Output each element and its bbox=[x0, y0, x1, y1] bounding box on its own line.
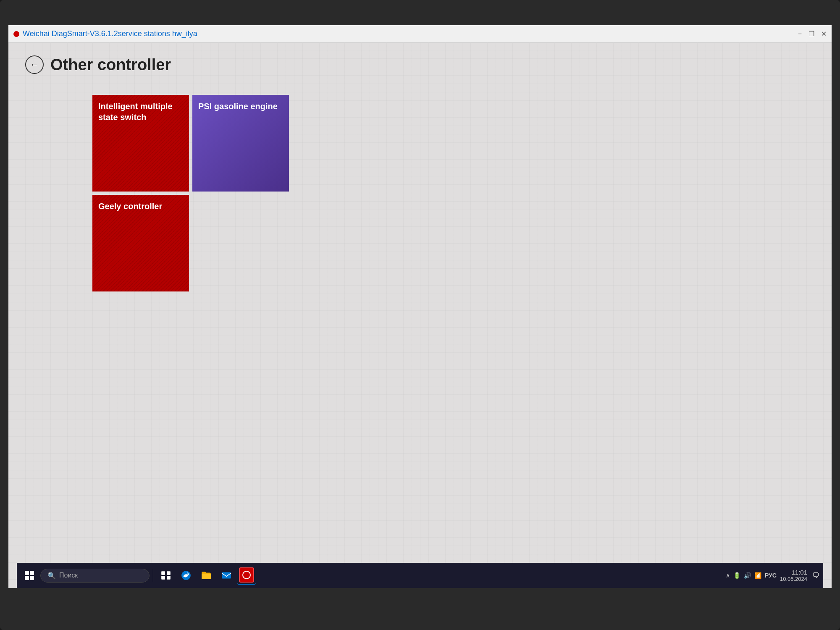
file-explorer-button[interactable] bbox=[197, 566, 215, 585]
tray-volume-icon: 🔊 bbox=[744, 572, 751, 579]
tiles-row-1: Intelligent multiple state switch PSI ga… bbox=[92, 95, 815, 192]
taskbar-divider bbox=[153, 569, 153, 582]
restore-button[interactable]: ❐ bbox=[808, 30, 814, 38]
back-button[interactable]: ← bbox=[25, 55, 44, 74]
svg-rect-4 bbox=[161, 571, 165, 575]
tray-time: 11:01 bbox=[780, 569, 807, 576]
weichai-app-button[interactable] bbox=[237, 566, 256, 585]
close-button[interactable]: ✕ bbox=[821, 30, 827, 38]
page-title: Other controller bbox=[50, 56, 171, 74]
main-content: ← Other controller Intelligent multiple … bbox=[8, 43, 832, 588]
notification-icon[interactable]: 🗨 bbox=[812, 571, 820, 580]
tile-intelligent-switch-label: Intelligent multiple state switch bbox=[98, 101, 183, 123]
title-bar-controls: − ❐ ✕ bbox=[798, 30, 827, 38]
page-header: ← Other controller bbox=[25, 55, 815, 74]
weichai-icon-inner bbox=[242, 571, 251, 579]
tray-battery-icon: 🔋 bbox=[733, 572, 740, 579]
task-view-button[interactable] bbox=[157, 566, 175, 585]
tile-psi-gasoline[interactable]: PSI gasoline engine bbox=[192, 95, 289, 192]
start-button[interactable] bbox=[20, 566, 39, 585]
edge-browser-button[interactable] bbox=[177, 566, 195, 585]
mail-button[interactable] bbox=[217, 566, 236, 585]
title-bar-left: Weichai DiagSmart-V3.6.1.2service statio… bbox=[13, 29, 197, 38]
tiles-container: Intelligent multiple state switch PSI ga… bbox=[92, 95, 815, 291]
svg-rect-9 bbox=[202, 574, 211, 579]
monitor-bezel: Weichai DiagSmart-V3.6.1.2service statio… bbox=[0, 0, 840, 630]
svg-rect-0 bbox=[25, 571, 29, 575]
search-icon: 🔍 bbox=[47, 572, 56, 580]
search-label: Поиск bbox=[59, 572, 78, 579]
app-indicator bbox=[13, 31, 19, 37]
tiles-row-2: Geely controller bbox=[92, 195, 815, 291]
back-arrow-icon: ← bbox=[30, 60, 39, 69]
svg-rect-3 bbox=[30, 576, 34, 580]
svg-rect-7 bbox=[167, 576, 171, 580]
minimize-button[interactable]: − bbox=[798, 30, 802, 38]
tile-geely-controller[interactable]: Geely controller bbox=[92, 195, 189, 291]
window-title: Weichai DiagSmart-V3.6.1.2service statio… bbox=[23, 29, 197, 38]
weichai-icon bbox=[239, 567, 254, 583]
tray-chevron[interactable]: ∧ bbox=[726, 572, 730, 579]
taskbar-search[interactable]: 🔍 Поиск bbox=[40, 569, 150, 583]
system-tray: ∧ 🔋 🔊 📶 РУС 11:01 10.05.2024 🗨 bbox=[726, 569, 820, 582]
title-bar: Weichai DiagSmart-V3.6.1.2service statio… bbox=[8, 25, 832, 43]
svg-rect-6 bbox=[161, 576, 165, 580]
svg-rect-10 bbox=[222, 572, 231, 578]
tile-psi-gasoline-label: PSI gasoline engine bbox=[198, 101, 278, 112]
taskbar: 🔍 Поиск bbox=[17, 563, 823, 588]
tray-date: 10.05.2024 bbox=[780, 576, 807, 582]
svg-rect-5 bbox=[167, 571, 171, 575]
tray-language[interactable]: РУС bbox=[765, 572, 777, 579]
tray-clock[interactable]: 11:01 10.05.2024 bbox=[780, 569, 807, 582]
tray-network-icon: 📶 bbox=[754, 572, 761, 579]
svg-rect-2 bbox=[25, 576, 29, 580]
svg-rect-1 bbox=[30, 571, 34, 575]
tile-geely-controller-label: Geely controller bbox=[98, 201, 162, 212]
screen: Weichai DiagSmart-V3.6.1.2service statio… bbox=[8, 25, 832, 588]
tile-intelligent-switch[interactable]: Intelligent multiple state switch bbox=[92, 95, 189, 192]
